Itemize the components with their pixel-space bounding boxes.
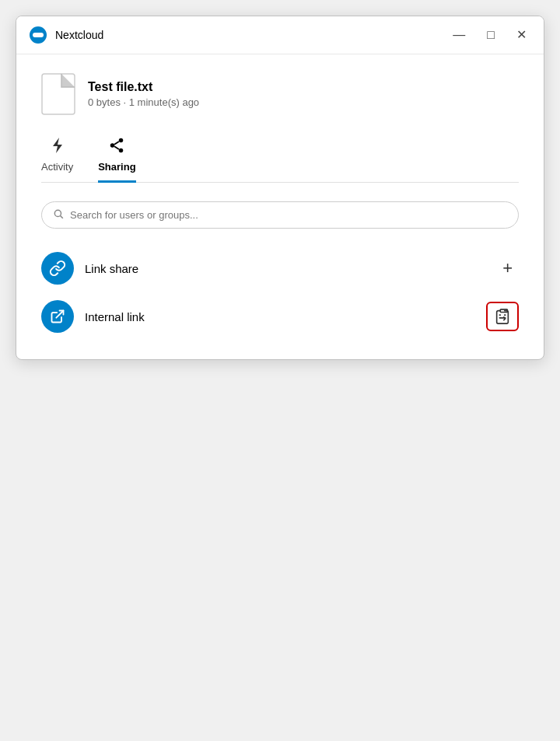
svg-marker-5 [53,138,62,153]
svg-point-8 [119,149,124,153]
svg-point-11 [54,210,61,216]
svg-rect-3 [35,33,41,37]
close-button[interactable]: ✕ [512,27,531,43]
internal-link-icon [41,300,74,333]
minimize-button[interactable]: — [448,27,470,43]
link-share-item: Link share + [41,244,519,292]
activity-icon [50,137,65,158]
tab-sharing[interactable]: Sharing [98,137,135,183]
tabs-container: Activity Sharing [41,137,519,183]
svg-line-10 [114,146,119,149]
svg-line-13 [56,311,63,318]
svg-point-7 [110,143,115,148]
file-meta: 0 bytes · 1 minute(s) ago [88,96,199,108]
file-name: Test file.txt [88,80,199,94]
search-container [41,201,519,229]
file-details: Test file.txt 0 bytes · 1 minute(s) ago [88,80,199,108]
search-icon [53,208,64,222]
search-input[interactable] [70,209,507,221]
svg-line-9 [114,142,119,145]
link-share-label: Link share [85,262,485,275]
internal-link-item: Internal link [41,292,519,341]
copy-internal-link-button[interactable] [486,302,519,331]
internal-link-label: Internal link [85,310,475,323]
sharing-icon [108,137,125,158]
link-share-icon [41,252,74,285]
title-bar: Nextcloud — □ ✕ [16,16,544,54]
svg-rect-4 [42,74,75,114]
file-icon [41,73,75,115]
nextcloud-logo [29,26,47,44]
svg-point-6 [119,138,124,143]
add-link-share-button[interactable]: + [496,257,519,280]
main-window: Nextcloud — □ ✕ Test file.txt 0 bytes · … [16,16,544,360]
tab-activity-label: Activity [41,161,73,173]
maximize-button[interactable]: □ [482,27,499,43]
tab-activity[interactable]: Activity [41,137,73,183]
window-controls: — □ ✕ [448,27,531,43]
svg-line-12 [61,216,63,218]
clipboard-icon [494,308,511,325]
content-area: Test file.txt 0 bytes · 1 minute(s) ago … [16,54,544,359]
tab-sharing-label: Sharing [98,161,135,173]
window-title: Nextcloud [55,29,448,41]
file-info: Test file.txt 0 bytes · 1 minute(s) ago [41,73,519,115]
